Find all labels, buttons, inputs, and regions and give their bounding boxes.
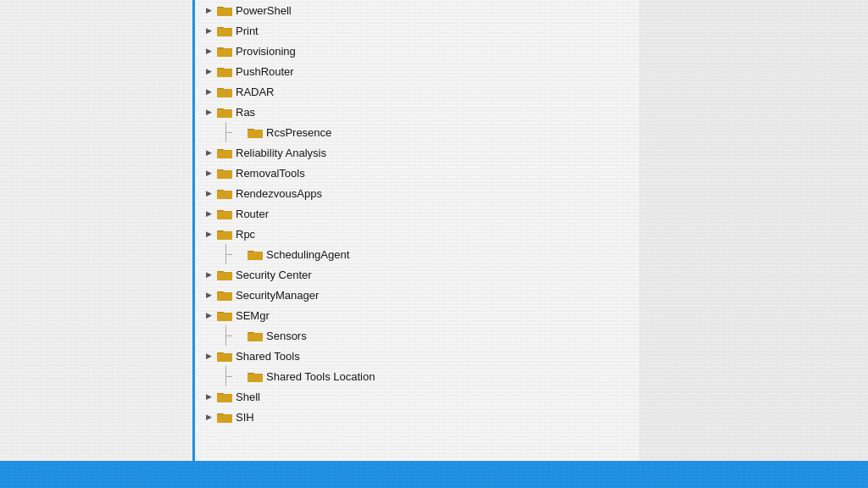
item-label-sharedtools: Shared Tools [236, 350, 300, 363]
item-label-powershell: PowerShell [236, 4, 292, 17]
folder-icon-sharedtoolslocation [248, 370, 263, 382]
item-label-provisioning: Provisioning [236, 45, 296, 58]
tree-item-provisioning[interactable]: ▶ Provisioning [195, 41, 639, 61]
folder-icon-reliability [217, 147, 232, 158]
expand-arrow-radar[interactable]: ▶ [202, 85, 215, 98]
expand-arrow-removaltools[interactable]: ▶ [202, 166, 215, 180]
tree-item-removaltools[interactable]: ▶ RemovalTools [195, 163, 639, 183]
tree-item-router[interactable]: ▶ Router [195, 203, 639, 224]
item-label-sih: SIH [236, 411, 254, 424]
tree-item-semgr[interactable]: ▶ SEMgr [195, 305, 639, 325]
svg-rect-7 [217, 28, 232, 29]
expand-arrow-ras[interactable]: ▶ [202, 105, 215, 119]
svg-rect-50 [248, 252, 263, 259]
folder-icon-ras [217, 106, 232, 118]
item-label-ras: Ras [236, 106, 255, 119]
svg-rect-11 [217, 48, 232, 49]
expand-arrow-semgr[interactable]: ▶ [202, 308, 215, 322]
svg-rect-43 [217, 211, 232, 212]
tree-item-powershell[interactable]: ▶ PowerShell [195, 0, 639, 20]
item-label-reliability: Reliability Analysis [236, 147, 326, 159]
tree-item-securitymanager[interactable]: ▶ SecurityManager [195, 285, 639, 305]
tree-item-schedulingagent[interactable]: SchedulingAgent [195, 244, 639, 264]
expand-arrow-securitymanager[interactable]: ▶ [202, 288, 215, 302]
item-label-rcspresence: RcsPresence [266, 126, 331, 139]
svg-rect-19 [217, 89, 232, 90]
svg-rect-51 [248, 252, 263, 252]
tree-item-rendezvousapps[interactable]: ▶ RendezvousApps [195, 183, 639, 203]
expand-arrow-rpc[interactable]: ▶ [202, 227, 215, 241]
tree-item-ras[interactable]: ▶ Ras [195, 102, 639, 122]
svg-rect-54 [217, 272, 232, 280]
expand-arrow-powershell[interactable]: ▶ [202, 3, 215, 17]
item-label-schedulingagent: SchedulingAgent [266, 248, 349, 261]
expand-arrow-provisioning[interactable]: ▶ [202, 44, 215, 58]
tree-item-reliability[interactable]: ▶ Reliability Analysis [195, 142, 639, 163]
svg-rect-67 [248, 333, 263, 334]
item-label-sharedtoolslocation: Shared Tools Location [266, 370, 375, 383]
tree-item-radar[interactable]: ▶ RADAR [195, 81, 639, 102]
svg-rect-66 [248, 333, 263, 341]
expand-arrow-sih[interactable]: ▶ [202, 410, 215, 424]
svg-rect-35 [217, 170, 232, 171]
svg-rect-75 [248, 374, 263, 374]
svg-rect-62 [217, 313, 232, 320]
tree-item-sharedtoolslocation[interactable]: Shared Tools Location [195, 366, 639, 386]
expand-arrow-print[interactable]: ▶ [202, 24, 215, 37]
svg-rect-46 [217, 231, 232, 239]
svg-rect-63 [217, 313, 232, 313]
svg-rect-27 [248, 130, 263, 130]
svg-rect-55 [217, 272, 232, 273]
expand-arrow-reliability[interactable]: ▶ [202, 146, 215, 159]
folder-icon-securitycenter [217, 269, 232, 280]
svg-rect-6 [217, 28, 232, 36]
item-label-print: Print [236, 25, 259, 37]
svg-rect-42 [217, 211, 232, 219]
svg-rect-82 [217, 414, 232, 422]
svg-rect-79 [217, 394, 232, 395]
expand-arrow-securitycenter[interactable]: ▶ [202, 268, 215, 281]
folder-icon-sih [217, 411, 232, 423]
svg-rect-47 [217, 231, 232, 232]
svg-rect-26 [248, 130, 263, 137]
folder-icon-rpc [217, 228, 232, 240]
item-label-securitycenter: Security Center [236, 269, 312, 281]
tree-item-rcspresence[interactable]: RcsPresence [195, 122, 639, 142]
expand-arrow-shell[interactable]: ▶ [202, 390, 215, 403]
expand-arrow-router[interactable]: ▶ [202, 207, 215, 220]
folder-icon-rcspresence [248, 126, 263, 138]
svg-rect-59 [217, 292, 232, 293]
svg-rect-39 [217, 191, 232, 191]
svg-rect-58 [217, 292, 232, 300]
svg-rect-2 [217, 8, 232, 15]
expand-arrow-sharedtools[interactable]: ▶ [202, 349, 215, 363]
tree-panel[interactable]: ▶ PowerShell▶ Print▶ Provisioning▶ PushR… [195, 0, 639, 461]
expand-arrow-pushrouter[interactable]: ▶ [202, 64, 215, 78]
folder-icon-semgr [217, 309, 232, 321]
item-label-removaltools: RemovalTools [236, 167, 305, 180]
tree-item-sharedtools[interactable]: ▶ Shared Tools [195, 346, 639, 366]
tree-item-sensors[interactable]: Sensors [195, 325, 639, 346]
svg-rect-71 [217, 353, 232, 354]
item-label-rendezvousapps: RendezvousApps [236, 187, 322, 200]
item-label-radar: RADAR [236, 86, 275, 98]
tree-item-print[interactable]: ▶ Print [195, 20, 639, 41]
left-sidebar [0, 0, 195, 461]
tree-item-sih[interactable]: ▶ SIH [195, 407, 639, 427]
item-label-rpc: Rpc [236, 228, 255, 241]
svg-rect-74 [248, 374, 263, 381]
item-label-pushrouter: PushRouter [236, 65, 294, 78]
tree-item-rpc[interactable]: ▶ Rpc [195, 224, 639, 244]
svg-rect-3 [217, 8, 232, 8]
item-label-router: Router [236, 208, 269, 220]
svg-rect-10 [217, 48, 232, 56]
folder-icon-print [217, 25, 232, 36]
expand-arrow-rendezvousapps[interactable]: ▶ [202, 186, 215, 200]
tree-item-shell[interactable]: ▶ Shell [195, 386, 639, 407]
svg-rect-34 [217, 170, 232, 178]
tree-item-pushrouter[interactable]: ▶ PushRouter [195, 61, 639, 81]
item-label-sensors: Sensors [266, 330, 307, 342]
svg-rect-31 [217, 150, 232, 151]
folder-icon-shell [217, 391, 232, 402]
tree-item-securitycenter[interactable]: ▶ Security Center [195, 264, 639, 285]
